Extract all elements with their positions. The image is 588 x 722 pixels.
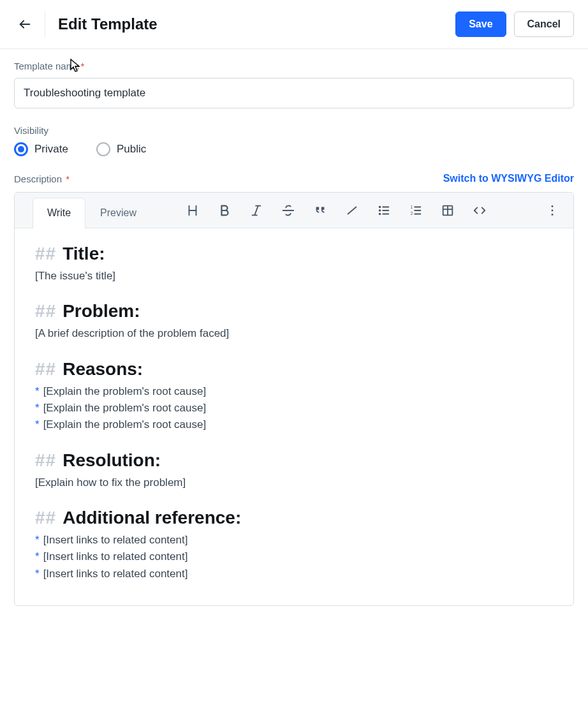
toolbar-quote-button[interactable] bbox=[305, 198, 335, 223]
svg-point-11 bbox=[379, 213, 381, 214]
toolbar-ol-button[interactable]: 12 bbox=[401, 198, 430, 223]
visibility-private-option[interactable]: Private bbox=[14, 142, 68, 156]
svg-line-4 bbox=[254, 205, 258, 215]
horizontal-rule-icon bbox=[345, 203, 359, 217]
code-icon bbox=[473, 203, 487, 217]
md-line-resolution: [Explain how to fix the problem] bbox=[35, 475, 553, 491]
unordered-list-icon bbox=[377, 203, 391, 217]
md-heading-reasons: Reasons: bbox=[62, 359, 143, 379]
md-section-additional: ## Additional reference: *[Insert links … bbox=[35, 508, 553, 582]
toolbar-heading-button[interactable] bbox=[178, 198, 207, 223]
visibility-radio-group: Private Public bbox=[14, 142, 574, 156]
page-title: Edit Template bbox=[58, 15, 158, 33]
md-section-problem: ## Problem: [A brief description of the … bbox=[35, 301, 553, 342]
md-bullet-additional-3: [Insert links to related content] bbox=[43, 566, 188, 582]
toolbar-code-button[interactable] bbox=[465, 198, 494, 223]
quote-icon bbox=[313, 203, 327, 217]
svg-point-23 bbox=[552, 205, 554, 207]
required-asterisk: * bbox=[81, 61, 85, 71]
back-button[interactable] bbox=[14, 13, 36, 35]
md-line-problem: [A brief description of the problem face… bbox=[35, 325, 553, 342]
heading-icon bbox=[186, 203, 200, 217]
radio-selected-icon bbox=[14, 142, 28, 156]
md-bullet-additional-1: [Insert links to related content] bbox=[43, 532, 188, 549]
tab-write[interactable]: Write bbox=[33, 198, 85, 228]
md-hashes: ## bbox=[35, 450, 56, 471]
md-hashes: ## bbox=[35, 244, 56, 264]
md-heading-title: Title: bbox=[62, 244, 105, 264]
visibility-label: Visibility bbox=[14, 125, 574, 136]
switch-wysiwyg-link[interactable]: Switch to WYSIWYG Editor bbox=[443, 173, 574, 184]
svg-text:2: 2 bbox=[411, 211, 413, 216]
table-icon bbox=[441, 203, 455, 217]
svg-point-24 bbox=[552, 209, 554, 211]
md-heading-additional: Additional reference: bbox=[62, 508, 241, 528]
md-bullet-reasons-2: [Explain the problem's root cause] bbox=[43, 400, 207, 416]
svg-text:1: 1 bbox=[411, 205, 413, 209]
editor-body[interactable]: ## Title: [The issue's title] ## Problem… bbox=[15, 228, 573, 605]
page-header: Edit Template Save Cancel bbox=[0, 0, 588, 49]
md-bullet-reasons-1: [Explain the problem's root cause] bbox=[43, 383, 207, 400]
md-bullet-star: * bbox=[35, 549, 40, 565]
md-bullet-additional-2: [Insert links to related content] bbox=[43, 549, 188, 565]
template-name-label-text: Template name bbox=[14, 61, 80, 71]
save-button[interactable]: Save bbox=[455, 11, 506, 37]
ordered-list-icon: 12 bbox=[409, 203, 423, 217]
md-heading-resolution: Resolution: bbox=[62, 450, 161, 471]
toolbar-more-button[interactable] bbox=[538, 198, 567, 223]
toolbar-strikethrough-button[interactable] bbox=[274, 198, 303, 223]
strikethrough-icon bbox=[281, 203, 295, 217]
md-bullet-star: * bbox=[35, 416, 40, 433]
svg-point-25 bbox=[552, 213, 554, 215]
visibility-public-option[interactable]: Public bbox=[96, 142, 146, 156]
template-name-input[interactable] bbox=[14, 78, 574, 108]
md-bullet-star: * bbox=[35, 383, 40, 400]
md-bullet-star: * bbox=[35, 532, 40, 549]
md-hashes: ## bbox=[35, 359, 56, 379]
cancel-button[interactable]: Cancel bbox=[514, 11, 574, 37]
description-label: Description * bbox=[14, 173, 70, 184]
md-bullet-reasons-3: [Explain the problem's root cause] bbox=[43, 416, 207, 433]
italic-icon bbox=[249, 203, 263, 217]
tab-preview[interactable]: Preview bbox=[85, 198, 151, 228]
md-section-reasons: ## Reasons: *[Explain the problem's root… bbox=[35, 359, 553, 434]
toolbar-italic-button[interactable] bbox=[242, 198, 271, 223]
md-heading-problem: Problem: bbox=[62, 301, 140, 321]
header-divider bbox=[45, 11, 45, 37]
more-vertical-icon bbox=[545, 203, 559, 217]
svg-point-9 bbox=[379, 206, 381, 207]
description-label-text: Description bbox=[14, 173, 62, 184]
md-bullet-star: * bbox=[35, 400, 40, 416]
bold-icon bbox=[217, 203, 232, 217]
svg-point-10 bbox=[379, 210, 381, 211]
md-bullet-star: * bbox=[35, 566, 40, 582]
md-line-title: [The issue's title] bbox=[35, 268, 553, 284]
md-hashes: ## bbox=[35, 301, 56, 321]
template-name-label: Template name* bbox=[14, 61, 574, 71]
editor-toolbar: Write Preview bbox=[15, 193, 573, 228]
arrow-left-icon bbox=[18, 17, 32, 31]
form-area: Template name* Visibility Private Public… bbox=[0, 49, 588, 621]
md-section-resolution: ## Resolution: [Explain how to fix the p… bbox=[35, 450, 553, 491]
markdown-editor: Write Preview bbox=[14, 192, 574, 606]
toolbar-table-button[interactable] bbox=[433, 198, 462, 223]
toolbar-bold-button[interactable] bbox=[210, 198, 239, 223]
toolbar-hr-button[interactable] bbox=[337, 198, 367, 223]
required-asterisk: * bbox=[66, 173, 70, 184]
radio-unselected-icon bbox=[96, 142, 110, 156]
visibility-private-label: Private bbox=[34, 143, 68, 156]
svg-line-8 bbox=[348, 207, 356, 214]
toolbar-ul-button[interactable] bbox=[369, 198, 399, 223]
md-section-title: ## Title: [The issue's title] bbox=[35, 244, 553, 284]
md-hashes: ## bbox=[35, 508, 56, 528]
visibility-public-label: Public bbox=[117, 143, 146, 156]
